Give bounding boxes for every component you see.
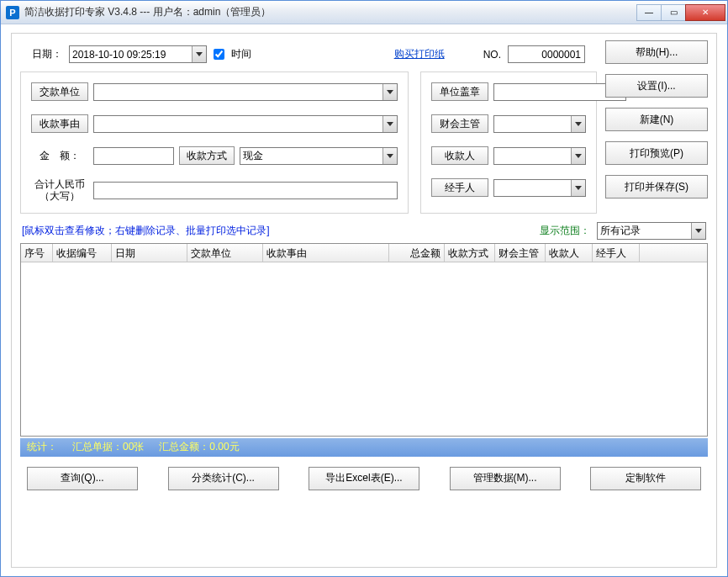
amount-cn-label: 合计人民币 （大写）: [31, 178, 88, 203]
table-header: 序号收据编号日期交款单位收款事由总金额收款方式财会主管收款人经手人: [21, 244, 707, 262]
stats-label: 统计：: [27, 440, 57, 454]
side-buttons: 帮助(H)... 设置(I)... 新建(N) 打印预览(P) 打印并保存(S): [605, 40, 708, 214]
client-area: 日期： 时间 购买打印纸 NO. 0000001: [1, 24, 727, 576]
handler-input[interactable]: [493, 179, 586, 197]
settings-button[interactable]: 设置(I)...: [605, 74, 708, 98]
handler-button[interactable]: 经手人: [431, 178, 488, 197]
payer-combo[interactable]: [93, 83, 398, 101]
table-column-header[interactable]: 交款单位: [187, 244, 263, 262]
payer-button[interactable]: 交款单位: [31, 82, 88, 101]
reason-button[interactable]: 收款事由: [31, 114, 88, 133]
help-button[interactable]: 帮助(H)...: [605, 40, 708, 64]
handler-combo[interactable]: [493, 179, 586, 197]
print-save-button[interactable]: 打印并保存(S): [605, 175, 708, 199]
cashier-button[interactable]: 收款人: [431, 146, 488, 165]
custom-software-button[interactable]: 定制软件: [590, 467, 701, 490]
bottom-buttons: 查询(Q)... 分类统计(C)... 导出Excel表(E)... 管理数据(…: [20, 457, 708, 495]
right-form-box: 单位盖章 财会主管 收款人: [420, 71, 597, 214]
pay-method-combo[interactable]: [240, 147, 398, 165]
minimize-button[interactable]: —: [636, 4, 662, 21]
buy-paper-link[interactable]: 购买打印纸: [394, 47, 445, 61]
table-hint: [鼠标双击查看修改；右键删除记录、批量打印选中记录]: [22, 224, 533, 238]
date-row: 日期： 时间 购买打印纸 NO. 0000001: [20, 40, 597, 71]
scope-combo[interactable]: [597, 222, 706, 240]
hint-row: [鼠标双击查看修改；右键删除记录、批量打印选中记录] 显示范围：: [20, 222, 708, 240]
scope-input[interactable]: [597, 222, 706, 240]
date-label: 日期：: [32, 47, 62, 61]
amount-input[interactable]: [93, 147, 174, 165]
no-label: NO.: [483, 49, 501, 61]
table-column-header[interactable]: 日期: [112, 244, 187, 262]
window-title: 简洁收据打印专家 V3.4.8 --- 用户名：admin（管理员）: [24, 5, 636, 19]
time-checkbox-label: 时间: [231, 47, 251, 61]
reason-combo[interactable]: [93, 115, 398, 133]
stamp-button[interactable]: 单位盖章: [431, 82, 488, 101]
table-column-header[interactable]: 财会主管: [495, 244, 546, 262]
amount-cn-input[interactable]: [93, 182, 398, 199]
date-input[interactable]: [69, 45, 207, 63]
reason-input[interactable]: [93, 115, 398, 133]
new-button[interactable]: 新建(N): [605, 108, 708, 131]
titlebar[interactable]: P 简洁收据打印专家 V3.4.8 --- 用户名：admin（管理员） — ▭…: [1, 1, 727, 24]
stats-bar: 统计： 汇总单据：00张 汇总金额：0.00元: [20, 438, 708, 457]
stats-sum: 汇总金额：0.00元: [159, 440, 239, 454]
no-value: 0000001: [508, 45, 585, 63]
manager-combo[interactable]: [493, 115, 586, 133]
cashier-input[interactable]: [493, 147, 586, 165]
close-button[interactable]: ✕: [685, 4, 725, 21]
table-column-header[interactable]: 收款人: [546, 244, 593, 262]
records-table[interactable]: 序号收据编号日期交款单位收款事由总金额收款方式财会主管收款人经手人: [20, 243, 708, 437]
payer-input[interactable]: [93, 83, 398, 101]
table-column-header[interactable]: 收款方式: [445, 244, 495, 262]
scope-label: 显示范围：: [540, 224, 590, 238]
time-checkbox[interactable]: [214, 49, 224, 60]
pay-method-button[interactable]: 收款方式: [179, 146, 235, 165]
cashier-combo[interactable]: [493, 147, 586, 165]
maximize-button[interactable]: ▭: [661, 4, 686, 21]
manager-button[interactable]: 财会主管: [431, 114, 488, 133]
table-column-header[interactable]: 收款事由: [263, 244, 389, 262]
app-icon: P: [6, 6, 19, 19]
date-picker[interactable]: [69, 45, 207, 63]
table-column-header[interactable]: 收据编号: [53, 244, 112, 262]
print-preview-button[interactable]: 打印预览(P): [605, 141, 708, 165]
table-column-header[interactable]: 总金额: [389, 244, 445, 262]
pay-method-input[interactable]: [240, 147, 398, 165]
table-column-header[interactable]: 经手人: [593, 244, 640, 262]
category-stats-button[interactable]: 分类统计(C)...: [168, 467, 279, 490]
manage-data-button[interactable]: 管理数据(M)...: [450, 467, 561, 490]
export-excel-button[interactable]: 导出Excel表(E)...: [309, 467, 419, 490]
table-body[interactable]: [21, 262, 707, 436]
window-controls: — ▭ ✕: [636, 4, 725, 21]
left-form-box: 交款单位 收款事由: [20, 71, 409, 214]
query-button[interactable]: 查询(Q)...: [27, 467, 138, 490]
form-column: 日期： 时间 购买打印纸 NO. 0000001: [20, 40, 597, 214]
main-group: 日期： 时间 购买打印纸 NO. 0000001: [11, 33, 717, 568]
amount-label: 金 额：: [31, 149, 88, 163]
table-column-header[interactable]: 序号: [21, 244, 53, 262]
stats-count: 汇总单据：00张: [72, 440, 144, 454]
manager-input[interactable]: [493, 115, 586, 133]
top-area: 日期： 时间 购买打印纸 NO. 0000001: [20, 40, 708, 214]
app-window: P 简洁收据打印专家 V3.4.8 --- 用户名：admin（管理员） — ▭…: [0, 0, 728, 577]
